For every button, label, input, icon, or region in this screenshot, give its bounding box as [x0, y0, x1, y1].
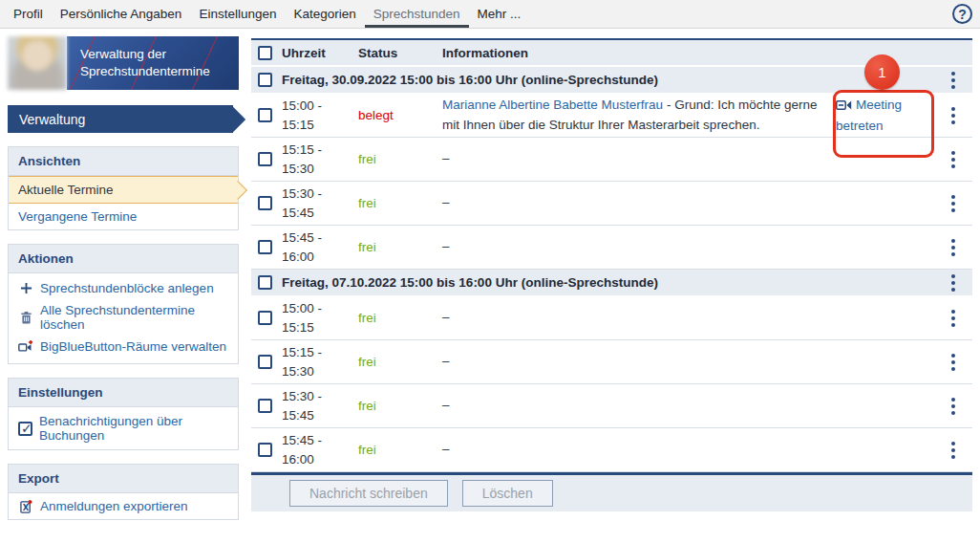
trash-icon	[18, 311, 33, 324]
avatar	[8, 36, 67, 90]
action-sprechstundenbloecke-anlegen[interactable]: Sprechstundenblöcke anlegen	[9, 277, 238, 299]
kebab-menu-icon[interactable]	[943, 350, 964, 375]
info-empty: –	[442, 308, 836, 327]
sidebar-context-verwaltung[interactable]: Verwaltung	[8, 105, 233, 133]
action-alle-termine-loeschen[interactable]: Alle Sprechstundentermine löschen	[9, 299, 238, 336]
info-empty: –	[442, 237, 836, 256]
booker-name-link[interactable]: Marianne Albertine Babette Musterfrau	[442, 98, 663, 112]
column-header-uhrzeit: Uhrzeit	[282, 46, 358, 60]
widget-ansichten-title: Ansichten	[9, 147, 238, 176]
info-empty: –	[442, 149, 836, 168]
kebab-menu-icon[interactable]	[943, 147, 964, 172]
annotation-step-badge: 1	[864, 54, 900, 90]
info-empty: –	[442, 396, 836, 415]
page-title-text: Verwaltung der Sprechstundentermine	[80, 46, 239, 79]
widget-aktionen: Aktionen Sprechstundenblöcke anlegen All…	[8, 244, 239, 364]
video-plus-icon	[18, 340, 33, 353]
status-badge: frei	[358, 240, 442, 254]
tab-einstellungen[interactable]: Einstellungen	[190, 0, 285, 28]
row-checkbox[interactable]	[258, 152, 272, 166]
widget-einstellungen: Einstellungen Benachrichtigungen über Bu…	[8, 378, 239, 450]
column-header-status: Status	[358, 46, 442, 60]
sidebar: Verwaltung der Sprechstundentermine Verw…	[8, 36, 239, 520]
row-checkbox[interactable]	[258, 355, 272, 369]
table-row: 15:15 -15:30 frei –	[251, 340, 972, 384]
column-header-informationen: Informationen	[442, 46, 836, 60]
kebab-menu-icon[interactable]	[943, 306, 964, 331]
widget-ansichten: Ansichten Aktuelle Termine Vergangene Te…	[8, 146, 239, 230]
sidebar-item-vergangene-termine[interactable]: Vergangene Termine	[9, 204, 238, 229]
nachricht-schreiben-button[interactable]: Nachricht schreiben	[289, 480, 448, 507]
action-label: Sprechstundenblöcke anlegen	[40, 281, 214, 295]
row-checkbox[interactable]	[258, 443, 272, 457]
appointments-table: Uhrzeit Status Informationen Freitag, 30…	[251, 38, 972, 511]
table-row: 15:30 -15:45 frei –	[251, 384, 972, 428]
table-row: 15:15 -15:30 frei –	[251, 138, 972, 182]
tab-sprechstunden[interactable]: Sprechstunden	[365, 0, 469, 28]
info-empty: –	[442, 440, 836, 459]
row-checkbox[interactable]	[258, 108, 272, 122]
table-header-row: Uhrzeit Status Informationen	[251, 40, 972, 67]
tab-kategorien[interactable]: Kategorien	[285, 0, 364, 28]
row-checkbox[interactable]	[258, 240, 272, 254]
status-badge: frei	[358, 196, 442, 210]
table-row: 15:45 -16:00 frei –	[251, 428, 972, 472]
help-icon[interactable]: ?	[952, 4, 972, 24]
tab-profil[interactable]: Profil	[5, 0, 52, 28]
action-bigbluebutton-raeume[interactable]: BigBlueButton-Räume verwalten	[9, 336, 238, 358]
export-label: Anmeldungen exportieren	[40, 499, 188, 513]
row-checkbox[interactable]	[258, 196, 272, 210]
table-row: 15:00 -15:15 frei –	[251, 296, 972, 340]
widget-export-title: Export	[9, 465, 238, 493]
widget-aktionen-title: Aktionen	[9, 245, 238, 273]
widget-export: Export X Anmeldungen exportieren	[8, 464, 239, 520]
status-badge: belegt	[358, 108, 442, 122]
group-header-row: Freitag, 07.10.2022 15:00 bis 16:00 Uhr …	[251, 270, 972, 296]
loeschen-button[interactable]: Löschen	[462, 480, 553, 507]
setting-benachrichtigungen[interactable]: Benachrichtigungen über Buchungen	[9, 407, 238, 449]
kebab-menu-icon[interactable]	[943, 235, 964, 260]
group-date-label: Freitag, 30.09.2022 15:00 bis 16:00 Uhr …	[282, 73, 939, 87]
table-row: 15:45 -16:00 frei –	[251, 226, 972, 270]
export-icon: X	[18, 500, 33, 513]
sidebar-header: Verwaltung der Sprechstundentermine	[8, 36, 239, 90]
status-badge: frei	[358, 399, 442, 413]
plus-icon	[18, 282, 33, 294]
group-checkbox[interactable]	[258, 275, 272, 290]
action-label: Alle Sprechstundentermine löschen	[40, 303, 228, 332]
top-navigation: Profil Persönliche Angaben Einstellungen…	[0, 0, 980, 29]
status-badge: frei	[358, 443, 442, 457]
tab-mehr[interactable]: Mehr ...	[469, 0, 530, 28]
info-empty: –	[442, 352, 836, 371]
kebab-menu-icon[interactable]	[943, 68, 964, 93]
status-badge: frei	[358, 311, 442, 325]
sidebar-item-aktuelle-termine[interactable]: Aktuelle Termine	[9, 176, 238, 204]
widget-einstellungen-title: Einstellungen	[9, 379, 238, 407]
action-label: BigBlueButton-Räume verwalten	[40, 339, 226, 354]
select-all-checkbox[interactable]	[258, 46, 272, 60]
row-checkbox[interactable]	[258, 399, 272, 413]
kebab-menu-icon[interactable]	[943, 103, 964, 128]
row-checkbox[interactable]	[258, 311, 272, 325]
kebab-menu-icon[interactable]	[943, 438, 964, 463]
info-empty: –	[442, 193, 836, 212]
page-title: Verwaltung der Sprechstundentermine	[67, 36, 239, 90]
group-checkbox[interactable]	[258, 73, 272, 87]
status-badge: frei	[358, 152, 442, 166]
kebab-menu-icon[interactable]	[943, 191, 964, 216]
kebab-menu-icon[interactable]	[943, 271, 964, 295]
kebab-menu-icon[interactable]	[943, 394, 964, 419]
table-footer: Nachricht schreiben Löschen	[251, 472, 972, 511]
notifications-checkbox[interactable]	[18, 422, 32, 436]
meeting-betreten-link[interactable]: Meeting betreten	[836, 98, 902, 133]
tab-persoenliche-angaben[interactable]: Persönliche Angaben	[52, 0, 191, 28]
action-anmeldungen-exportieren[interactable]: X Anmeldungen exportieren	[9, 493, 238, 519]
group-date-label: Freitag, 07.10.2022 15:00 bis 16:00 Uhr …	[282, 275, 939, 290]
status-badge: frei	[358, 355, 442, 369]
table-row: 15:00 -15:15 belegt Marianne Albertine B…	[251, 94, 972, 138]
table-row: 15:30 -15:45 frei –	[251, 182, 972, 226]
setting-label: Benachrichtigungen über Buchungen	[39, 414, 228, 443]
